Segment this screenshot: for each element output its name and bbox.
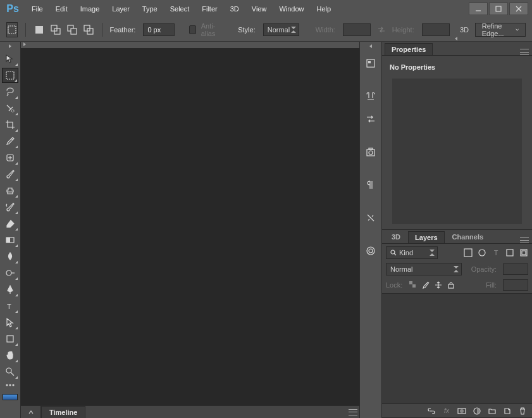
refine-edge-button[interactable]: Refine Edge... <box>475 23 526 37</box>
lock-pixels-icon[interactable] <box>421 281 430 289</box>
hand-tool[interactable] <box>2 348 18 363</box>
close-button[interactable] <box>509 3 528 15</box>
clone-stamp-tool[interactable] <box>2 183 18 198</box>
expand-properties-icon[interactable] <box>381 35 531 42</box>
layer-group-icon[interactable] <box>488 407 497 415</box>
timeline-menu-icon[interactable] <box>347 406 359 418</box>
add-selection-icon[interactable] <box>50 22 61 37</box>
layers-tab[interactable]: Layers <box>408 231 444 243</box>
type-tool[interactable]: T <box>2 298 18 314</box>
marquee-tool[interactable] <box>2 68 18 83</box>
feather-input[interactable] <box>143 23 175 36</box>
svg-line-26 <box>11 372 14 376</box>
libraries-panel-icon[interactable] <box>362 242 380 260</box>
layers-list[interactable] <box>382 294 532 403</box>
path-select-tool[interactable] <box>2 315 18 330</box>
menu-edit[interactable]: Edit <box>49 3 74 15</box>
layers-menu-icon[interactable] <box>517 237 532 243</box>
gradient-tool[interactable] <box>2 232 18 248</box>
brush-tool[interactable] <box>2 167 18 182</box>
menu-view[interactable]: View <box>245 3 273 15</box>
timeline-expand-icon[interactable] <box>21 406 41 418</box>
paragraph-panel-icon[interactable] <box>362 176 380 194</box>
marquee-tool-icon[interactable] <box>6 22 18 37</box>
lock-transparent-icon[interactable] <box>409 281 418 289</box>
fill-input[interactable] <box>503 279 528 291</box>
crop-tool[interactable] <box>2 117 18 132</box>
layer-filter-select[interactable]: Kind <box>386 246 438 259</box>
filter-type-icon[interactable]: T <box>492 248 500 257</box>
layer-fx-icon[interactable]: fx <box>442 407 451 415</box>
expand-tools-icon[interactable] <box>0 43 20 49</box>
new-layer-icon[interactable] <box>503 407 512 415</box>
3d-icon[interactable]: 3D <box>459 22 470 37</box>
properties-tab[interactable]: Properties <box>385 43 433 55</box>
svg-rect-34 <box>369 148 373 149</box>
lock-position-icon[interactable] <box>434 281 443 289</box>
link-layers-icon[interactable] <box>427 407 436 415</box>
filter-adjustment-icon[interactable] <box>478 248 486 257</box>
adjustments-panel-icon[interactable] <box>362 143 380 161</box>
filter-pixel-icon[interactable] <box>464 248 473 257</box>
channels-tab[interactable]: Channels <box>445 231 491 243</box>
eyedropper-tool[interactable] <box>2 134 18 149</box>
canvas[interactable] <box>21 48 359 405</box>
pen-tool[interactable] <box>2 282 18 297</box>
color-panel-icon[interactable] <box>362 87 380 105</box>
delete-layer-icon[interactable] <box>518 407 527 415</box>
shape-tool[interactable] <box>2 331 18 346</box>
timeline-tab[interactable]: Timeline <box>41 406 85 418</box>
menu-select[interactable]: Select <box>164 3 196 15</box>
history-brush-tool[interactable] <box>2 200 18 215</box>
expand-tabs-icon[interactable] <box>23 41 26 48</box>
subtract-selection-icon[interactable] <box>66 22 78 37</box>
menu-image[interactable]: Image <box>74 3 106 15</box>
properties-menu-icon[interactable] <box>517 49 532 55</box>
menu-3d[interactable]: 3D <box>224 3 245 15</box>
properties-panel: Properties No Properties <box>382 42 532 230</box>
svg-point-29 <box>13 384 14 386</box>
brushes-panel-icon[interactable] <box>362 209 380 227</box>
svg-point-21 <box>6 270 11 276</box>
width-input <box>343 23 371 36</box>
lock-all-icon[interactable] <box>447 281 455 289</box>
menu-layer[interactable]: Layer <box>106 3 136 15</box>
expand-panels-icon[interactable] <box>360 43 381 49</box>
move-tool[interactable] <box>2 51 18 66</box>
history-panel-icon[interactable] <box>362 54 380 72</box>
maximize-button[interactable] <box>489 3 508 15</box>
filter-smart-icon[interactable] <box>519 248 528 257</box>
lasso-tool[interactable] <box>2 84 18 99</box>
svg-rect-5 <box>35 26 43 34</box>
quick-select-tool[interactable] <box>2 101 18 116</box>
swatches-panel-icon[interactable] <box>362 110 380 128</box>
svg-rect-24 <box>7 336 13 342</box>
filter-shape-icon[interactable] <box>505 248 514 257</box>
style-select[interactable]: Normal <box>263 23 299 36</box>
layer-mask-icon[interactable] <box>457 407 466 415</box>
intersect-selection-icon[interactable] <box>83 22 94 37</box>
menu-type[interactable]: Type <box>136 3 164 15</box>
edit-toolbar-icon[interactable] <box>2 381 18 390</box>
window-controls <box>467 3 528 15</box>
app-logo: Ps <box>4 2 22 16</box>
adjustment-layer-icon[interactable] <box>473 407 481 415</box>
minimize-button[interactable] <box>469 3 488 15</box>
feather-label: Feather: <box>109 26 135 34</box>
opacity-input[interactable] <box>503 263 528 275</box>
quick-mask-toggle[interactable] <box>3 394 18 400</box>
menu-help[interactable]: Help <box>311 3 338 15</box>
blur-tool[interactable] <box>2 249 18 264</box>
blend-mode-select[interactable]: Normal <box>386 263 462 276</box>
layers-options: Kind T Normal Opacity: Lock: <box>382 244 532 294</box>
dodge-tool[interactable] <box>2 265 18 281</box>
menu-window[interactable]: Window <box>273 3 310 15</box>
zoom-tool[interactable] <box>2 364 18 379</box>
healing-brush-tool[interactable] <box>2 150 18 165</box>
eraser-tool[interactable] <box>2 216 18 231</box>
menu-filter[interactable]: Filter <box>195 3 223 15</box>
menu-file[interactable]: File <box>25 3 49 15</box>
3d-tab[interactable]: 3D <box>385 231 407 243</box>
style-label: Style: <box>238 26 256 34</box>
new-selection-icon[interactable] <box>34 22 45 37</box>
